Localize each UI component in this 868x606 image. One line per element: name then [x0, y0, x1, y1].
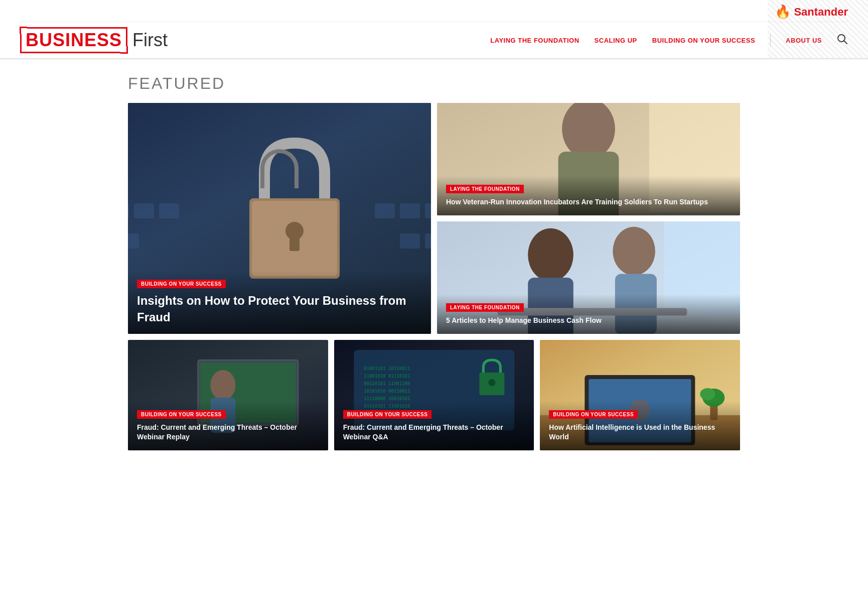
svg-rect-4	[128, 203, 129, 218]
svg-point-51	[700, 388, 715, 400]
bottom-articles-grid: BUILDING ON YOUR SUCCESS Fraud: Current …	[128, 340, 740, 450]
header-top: 🔥 Santander	[20, 0, 848, 22]
main-article-title: Insights on How to Protect Your Business…	[137, 292, 422, 326]
featured-main-article[interactable]: BUILDING ON YOUR SUCCESS Insights on How…	[128, 103, 431, 334]
bottom-article-3-overlay: BUILDING ON YOUR SUCCESS How Artificial …	[540, 401, 740, 450]
bottom-article-2-title: Fraud: Current and Emerging Threats – Oc…	[343, 423, 525, 442]
svg-rect-9	[425, 203, 431, 218]
svg-text:11001010 01110101: 11001010 01110101	[364, 374, 410, 379]
svg-point-25	[528, 228, 573, 282]
main-article-overlay: BUILDING ON YOUR SUCCESS Insights on How…	[128, 271, 431, 334]
logo-first: First	[132, 30, 168, 51]
featured-grid: BUILDING ON YOUR SUCCESS Insights on How…	[128, 103, 740, 334]
search-icon	[837, 34, 848, 45]
logo-business: BUSINESS	[20, 27, 127, 53]
bottom-article-3-category: BUILDING ON YOUR SUCCESS	[549, 410, 638, 419]
nav-scaling-up[interactable]: SCALING UP	[595, 37, 637, 44]
svg-text:01001101 10110011: 01001101 10110011	[364, 366, 410, 371]
bottom-article-1-title: Fraud: Current and Emerging Threats – Oc…	[137, 423, 319, 442]
main-content: FEATURED	[108, 59, 760, 465]
bottom-article-2[interactable]: 01001101 10110011 11001010 01110101 0011…	[334, 340, 534, 450]
svg-point-27	[613, 227, 655, 276]
nav-separator	[770, 34, 771, 46]
svg-rect-14	[425, 233, 431, 249]
svg-rect-12	[128, 233, 139, 249]
main-nav: LAYING THE FOUNDATION SCALING UP BUILDIN…	[490, 34, 848, 47]
svg-text:10101010 00110011: 10101010 00110011	[364, 389, 410, 394]
main-article-category: BUILDING ON YOUR SUCCESS	[137, 280, 226, 288]
svg-text:11110000 10010101: 11110000 10010101	[364, 396, 410, 401]
svg-point-44	[488, 379, 495, 386]
santander-logo: 🔥 Santander	[775, 4, 848, 20]
bottom-article-1-category: BUILDING ON YOUR SUCCESS	[137, 410, 226, 419]
svg-point-33	[210, 370, 235, 400]
side-article-1-title: How Veteran-Run Innovation Incubators Ar…	[446, 197, 731, 207]
side-article-1[interactable]: LAYING THE FOUNDATION How Veteran-Run In…	[437, 103, 740, 215]
side-article-1-overlay: LAYING THE FOUNDATION How Veteran-Run In…	[437, 176, 740, 215]
bottom-article-2-overlay: BUILDING ON YOUR SUCCESS Fraud: Current …	[334, 401, 534, 450]
bottom-article-3-title: How Artificial Intelligence is Used in t…	[549, 423, 731, 442]
santander-flame-icon: 🔥	[775, 4, 791, 20]
nav-building-success[interactable]: BUILDING ON YOUR SUCCESS	[652, 37, 755, 44]
side-article-2-title: 5 Articles to Help Manage Business Cash …	[446, 316, 731, 326]
svg-line-1	[844, 41, 847, 44]
side-article-1-category: LAYING THE FOUNDATION	[446, 185, 524, 193]
bottom-article-2-category: BUILDING ON YOUR SUCCESS	[343, 410, 432, 419]
nav-laying-foundation[interactable]: LAYING THE FOUNDATION	[490, 37, 579, 44]
side-article-2[interactable]: LAYING THE FOUNDATION 5 Articles to Help…	[437, 221, 740, 334]
nav-about-us[interactable]: ABOUT US	[786, 37, 822, 44]
site-header: 🔥 Santander BUSINESS First LAYING THE FO…	[0, 0, 868, 59]
svg-rect-6	[159, 203, 179, 218]
bottom-article-3[interactable]: BUILDING ON YOUR SUCCESS How Artificial …	[540, 340, 740, 450]
svg-text:00110101 11001100: 00110101 11001100	[364, 381, 410, 386]
side-article-2-category: LAYING THE FOUNDATION	[446, 303, 524, 312]
svg-rect-5	[134, 203, 154, 218]
header-main: BUSINESS First LAYING THE FOUNDATION SCA…	[20, 22, 848, 58]
side-article-2-overlay: LAYING THE FOUNDATION 5 Articles to Help…	[437, 294, 740, 334]
site-logo[interactable]: BUSINESS First	[20, 27, 168, 53]
santander-name: Santander	[794, 6, 848, 19]
bottom-article-1-overlay: BUILDING ON YOUR SUCCESS Fraud: Current …	[128, 401, 328, 450]
search-button[interactable]	[837, 34, 848, 47]
featured-section-title: FEATURED	[128, 74, 740, 93]
bottom-article-1[interactable]: BUILDING ON YOUR SUCCESS Fraud: Current …	[128, 340, 328, 450]
svg-rect-7	[375, 203, 395, 218]
svg-rect-18	[290, 236, 300, 251]
svg-rect-13	[400, 233, 420, 249]
svg-rect-8	[400, 203, 420, 218]
